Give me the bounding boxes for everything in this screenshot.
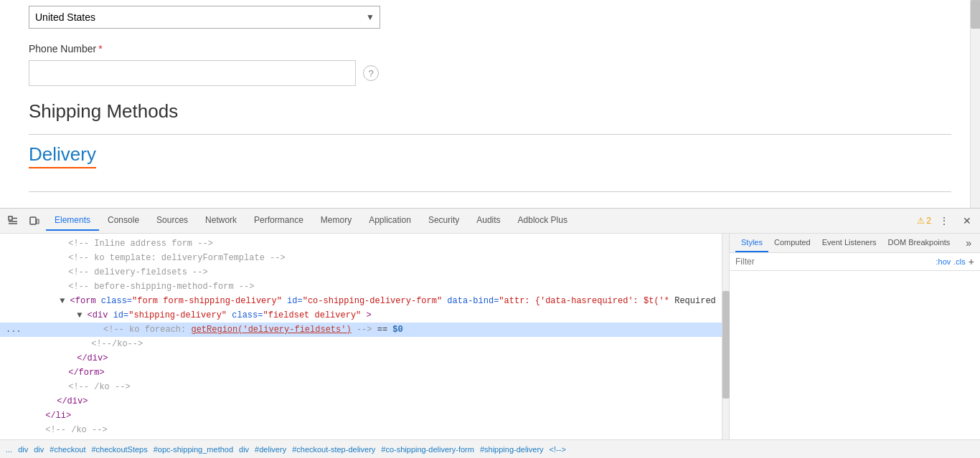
country-select[interactable]: United States — [29, 6, 380, 29]
el-value-id-div: "shipping-delivery" — [128, 310, 227, 320]
el-line-13[interactable]: </li> — [0, 409, 722, 423]
page-scrollbar-thumb[interactable] — [971, 0, 980, 29]
section-divider-1 — [29, 134, 951, 135]
el-tag-div-close: > — [367, 310, 372, 320]
tab-performance[interactable]: Performance — [245, 211, 312, 231]
tab-network[interactable]: Network — [197, 211, 245, 231]
el-line-6[interactable]: ▼ <div id="shipping-delivery" class="fie… — [0, 308, 722, 323]
section-divider-2 — [29, 191, 951, 192]
el-line-1[interactable]: <!-- Inline address form --> — [0, 237, 722, 251]
el-line-2[interactable]: <!-- ko template: deliveryFormTemplate -… — [0, 251, 722, 265]
bc-item-dots[interactable]: ... — [6, 445, 12, 454]
tab-sources[interactable]: Sources — [148, 211, 197, 231]
bc-item-checkout[interactable]: #checkout — [50, 445, 85, 454]
phone-label-text: Phone Number — [29, 43, 96, 54]
delivery-title: Delivery — [29, 143, 96, 168]
el-tag-div-end: </div> — [77, 353, 108, 363]
el-attr-class-div: class= — [232, 310, 263, 320]
shipping-methods-title: Shipping Methods — [29, 100, 951, 123]
el-line-11[interactable]: <!-- /ko --> — [0, 380, 722, 394]
el-comment-3: <!-- delivery-fieldsets --> — [68, 267, 207, 277]
bc-item-checkoutsteps[interactable]: #checkoutSteps — [91, 445, 147, 454]
devtools-right-icons: ⚠ 2 ⋮ ✕ — [917, 211, 977, 231]
device-toolbar-icon[interactable] — [24, 211, 44, 231]
svg-rect-0 — [9, 216, 12, 220]
el-comment-ko-end: <!--/ko--> — [91, 339, 143, 349]
el-line-14[interactable]: <!-- /ko --> — [0, 423, 722, 437]
el-attr-id-form: id= — [287, 296, 303, 306]
styles-tab-computed[interactable]: Computed — [768, 234, 816, 252]
bc-item-comment[interactable]: <!--> — [550, 445, 566, 454]
devtools-close-icon[interactable]: ✕ — [957, 211, 977, 231]
styles-tab-styles[interactable]: Styles — [735, 234, 768, 252]
el-comment-2: <!-- ko template: deliveryFormTemplate -… — [68, 253, 285, 263]
el-line-3[interactable]: <!-- delivery-fieldsets --> — [0, 265, 722, 280]
devtools-tabs: Elements Console Sources Network Perform… — [46, 211, 915, 231]
elements-scrollbar-thumb[interactable] — [722, 291, 730, 399]
el-line-8[interactable]: <!--/ko--> — [0, 337, 722, 351]
help-icon[interactable]: ? — [363, 65, 379, 81]
el-attr-databind-form: data-bind= — [447, 296, 499, 306]
phone-input[interactable] — [29, 60, 356, 86]
phone-field-container: Phone Number* ? — [29, 43, 951, 86]
el-triangle-form: ▼ — [60, 296, 65, 306]
phone-label: Phone Number* — [29, 43, 951, 54]
bc-item-div2[interactable]: div — [34, 445, 44, 454]
el-line-9[interactable]: </div> — [0, 351, 722, 366]
el-comment-foreach: <!-- ko foreach: — [103, 325, 191, 335]
tab-adblock-plus[interactable]: Adblock Plus — [509, 211, 576, 231]
filter-hov[interactable]: :hov — [936, 257, 951, 266]
svg-rect-5 — [37, 219, 39, 224]
filter-plus-icon[interactable]: + — [969, 256, 974, 267]
el-line-7-selected[interactable]: ... <!-- ko foreach: getRegion('delivery… — [0, 323, 722, 337]
el-tag-div2-end: </div> — [57, 396, 88, 406]
styles-tab-event-listeners[interactable]: Event Listeners — [816, 234, 882, 252]
bc-item-div3[interactable]: div — [239, 445, 249, 454]
el-comment-foreach-end: --> — [352, 325, 372, 335]
el-dots: ... — [6, 325, 22, 335]
el-line-5[interactable]: ▼ <form class="form form-shipping-delive… — [0, 294, 722, 308]
styles-tabs: Styles Computed Event Listeners DOM Brea… — [730, 234, 980, 253]
elements-panel[interactable]: <!-- Inline address form --> <!-- ko tem… — [0, 234, 722, 439]
el-dollar0: $0 — [392, 325, 402, 335]
el-tag-li-end: </li> — [45, 411, 71, 421]
filter-input[interactable] — [735, 257, 936, 267]
el-attr-class-form: class= — [101, 296, 132, 306]
tab-memory[interactable]: Memory — [312, 211, 360, 231]
country-select-wrapper: United States ▼ — [29, 6, 380, 29]
tab-audits[interactable]: Audits — [468, 211, 509, 231]
el-value-id-form: "co-shipping-delivery-form" — [303, 296, 442, 306]
required-star: * — [98, 43, 102, 54]
bc-item-opc[interactable]: #opc-shipping_method — [154, 445, 233, 454]
el-foreach-value: getRegion('delivery-fieldsets') — [191, 325, 351, 335]
bc-item-div1[interactable]: div — [18, 445, 28, 454]
bc-item-checkout-step[interactable]: #checkout-step-delivery — [292, 445, 375, 454]
filter-cls[interactable]: .cls — [953, 257, 966, 266]
devtools-panel: Elements Console Sources Network Perform… — [0, 208, 980, 458]
el-text-form: Required Fields')}" — [674, 296, 722, 306]
elements-scrollbar[interactable] — [722, 234, 729, 439]
el-tag-div: <div — [88, 310, 113, 320]
el-line-12[interactable]: </div> — [0, 394, 722, 409]
svg-rect-4 — [30, 217, 36, 224]
el-line-10[interactable]: </form> — [0, 366, 722, 380]
page-scrollbar[interactable] — [970, 0, 980, 208]
el-comment-1: <!-- Inline address form --> — [68, 239, 213, 249]
el-value-databind-form: "attr: {'data-hasrequired': $t('* — [499, 296, 669, 306]
el-line-4[interactable]: <!-- before-shipping-method-form --> — [0, 280, 722, 294]
tab-console[interactable]: Console — [99, 211, 148, 231]
tab-elements[interactable]: Elements — [46, 211, 99, 231]
inspect-element-icon[interactable] — [3, 211, 23, 231]
el-comment-ko2: <!-- /ko --> — [68, 382, 130, 392]
bc-item-co-form[interactable]: #co-shipping-delivery-form — [381, 445, 474, 454]
warning-badge[interactable]: ⚠ 2 — [917, 216, 931, 226]
tab-application[interactable]: Application — [360, 211, 420, 231]
el-eq-sign: == — [377, 325, 393, 335]
devtools-settings-icon[interactable]: ⋮ — [934, 211, 954, 231]
warning-count: 2 — [926, 216, 931, 226]
styles-tab-dom-breakpoints[interactable]: DOM Breakpoints — [882, 234, 956, 252]
bc-item-shipping-delivery[interactable]: #shipping-delivery — [480, 445, 544, 454]
bc-item-delivery[interactable]: #delivery — [255, 445, 286, 454]
tab-security[interactable]: Security — [420, 211, 468, 231]
styles-tab-more-icon[interactable]: » — [963, 234, 974, 252]
